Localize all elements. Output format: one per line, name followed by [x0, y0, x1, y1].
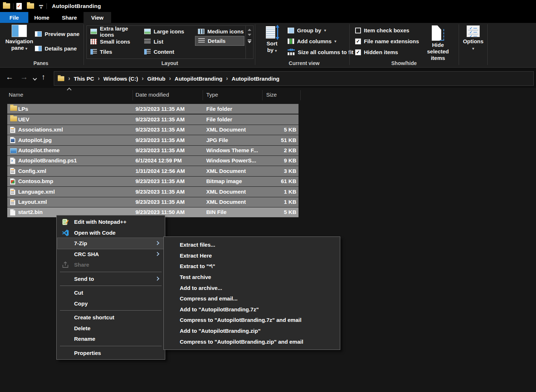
layout-group-label: Layout — [143, 60, 196, 66]
menu-separator — [60, 272, 162, 272]
properties-checkmark-icon[interactable]: ✓ — [16, 3, 22, 9]
menu-item-send-to[interactable]: Send to — [57, 274, 164, 284]
new-folder-icon[interactable] — [27, 3, 34, 9]
layout-option-large-icons[interactable]: Large icons — [141, 27, 195, 36]
checkbox-checked-icon: ✓ — [355, 49, 361, 55]
window-title: AutopilotBranding — [52, 3, 101, 9]
menu-item-create-shortcut[interactable]: Create shortcut — [57, 312, 164, 323]
submenu-item-extract-files[interactable]: Extract files... — [165, 239, 339, 250]
menu-item-properties[interactable]: Properties — [57, 348, 164, 359]
gallery-scroll-down-icon[interactable] — [248, 34, 251, 36]
address-bar[interactable]: › This PC › Windows (C:) › GitHub › Auto… — [54, 71, 534, 86]
breadcrumb-github[interactable]: GitHub — [147, 76, 166, 82]
group-separator — [255, 24, 255, 65]
navigation-pane-button[interactable]: Navigation pane ▾ — [5, 25, 33, 52]
column-header-type[interactable]: Type — [206, 92, 218, 98]
layout-option-content[interactable]: Content — [141, 47, 195, 57]
submenu-item-extract-here[interactable]: Extract Here — [165, 250, 339, 261]
qat-customize-dropdown-icon[interactable]: ▬▾ — [38, 3, 44, 9]
tab-view[interactable]: View — [84, 12, 111, 23]
menu-item-cut[interactable]: Cut — [57, 287, 164, 298]
submenu-item-compress-and-email[interactable]: Compress and email... — [165, 293, 339, 304]
tab-share[interactable]: Share — [55, 12, 84, 23]
size-all-columns-label: Size all columns to fit — [298, 49, 353, 55]
breadcrumb-folder-icon — [58, 76, 64, 81]
file-row[interactable]: LPs 9/23/2023 11:35 AM File folder — [7, 104, 299, 114]
breadcrumb-autopilotbranding-2[interactable]: AutopilotBranding — [232, 76, 280, 82]
xml-file-icon — [10, 199, 15, 205]
add-columns-button[interactable]: Add columns ▾ — [288, 38, 336, 44]
group-by-button[interactable]: Group by ▾ — [288, 27, 326, 33]
item-check-boxes-checkbox[interactable]: Item check boxes — [355, 27, 409, 33]
menu-item-copy[interactable]: Copy — [57, 298, 164, 309]
layout-option-extra-large-icons[interactable]: Extra large icons — [88, 27, 141, 36]
menu-item-crc-sha[interactable]: CRC SHA — [57, 249, 164, 260]
submenu-item-compress-to-zip-and-email[interactable]: Compress to "AutopilotBranding.zip" and … — [165, 336, 339, 347]
hidden-items-checkbox[interactable]: ✓ Hidden items — [355, 49, 398, 55]
file-date: 1/31/2024 12:56 AM — [135, 168, 185, 174]
file-name-extensions-checkbox[interactable]: ✓ File name extensions — [355, 38, 419, 44]
submenu-item-add-to-7z[interactable]: Add to "AutopilotBranding.7z" — [165, 304, 339, 315]
column-header-name[interactable]: Name — [9, 92, 23, 98]
layout-option-medium-icons[interactable]: Medium icons — [195, 27, 245, 36]
size-all-columns-button[interactable]: Size all columns to fit — [288, 49, 353, 55]
tab-file[interactable]: File — [0, 12, 28, 23]
column-divider[interactable] — [262, 90, 263, 100]
breadcrumb-windows-c[interactable]: Windows (C:) — [103, 76, 138, 82]
file-row[interactable]: AutopilotBranding.ps1 6/1/2024 12:59 PM … — [7, 156, 299, 166]
layout-option-small-icons[interactable]: Small icons — [88, 37, 141, 47]
menu-item-rename[interactable]: Rename — [57, 334, 164, 344]
column-header-date-modified[interactable]: Date modified — [135, 92, 169, 98]
gallery-more-icon[interactable] — [248, 40, 251, 40]
hide-selected-items-button[interactable]: Hide selected items — [421, 25, 455, 61]
layout-option-details[interactable]: Details — [195, 36, 244, 46]
submenu-item-compress-to-7z-and-email[interactable]: Compress to "AutopilotBranding.7z" and e… — [165, 315, 339, 326]
submenu-item-test-archive[interactable]: Test archive — [165, 272, 339, 283]
layout-option-tiles[interactable]: Tiles — [88, 47, 141, 57]
up-arrow-icon[interactable]: ↑ — [41, 73, 45, 81]
details-pane-button[interactable]: Details pane — [35, 45, 77, 52]
gallery-scroll-up-icon[interactable] — [248, 29, 251, 31]
group-separator — [349, 24, 350, 65]
breadcrumb-autopilotbranding[interactable]: AutopilotBranding — [175, 76, 223, 82]
options-button[interactable]: ✓ —✓ —✓ — Options ▾ — [462, 25, 484, 52]
submenu-item-add-to-zip[interactable]: Add to "AutopilotBranding.zip" — [165, 326, 339, 336]
menu-item-delete[interactable]: Delete — [57, 323, 164, 334]
layout-option-list[interactable]: List — [141, 37, 195, 47]
submenu-item-extract-to[interactable]: Extract to "*\" — [165, 261, 339, 272]
file-row[interactable]: Language.xml 9/23/2023 11:35 AM XML Docu… — [7, 187, 299, 197]
menu-item-open-with-code[interactable]: Open with Code — [57, 227, 164, 238]
sort-by-button[interactable]: Sort by ▾ — [261, 25, 283, 54]
column-divider[interactable] — [203, 90, 203, 100]
column-divider[interactable] — [300, 90, 301, 100]
breadcrumb-this-pc[interactable]: This PC — [74, 76, 94, 82]
file-row[interactable]: Layout.xml 9/23/2023 11:35 AM XML Docume… — [7, 197, 299, 207]
preview-pane-button[interactable]: Preview pane — [35, 31, 80, 37]
menu-item-edit-with-notepadpp[interactable]: Edit with Notepad++ — [57, 217, 164, 227]
recent-locations-chevron-icon[interactable] — [33, 76, 37, 80]
ribbon-tab-bar: File Home Share View — [0, 12, 536, 23]
file-row[interactable]: Autopilot.theme 9/23/2023 11:35 AM Windo… — [7, 146, 299, 155]
file-date: 9/23/2023 11:35 AM — [135, 106, 184, 112]
back-arrow-icon[interactable]: ← — [6, 73, 13, 81]
tab-home[interactable]: Home — [28, 12, 55, 23]
file-name: Config.xml — [18, 168, 46, 174]
column-divider[interactable] — [133, 90, 133, 100]
column-header-size[interactable]: Size — [266, 92, 277, 98]
context-menu: Edit with Notepad++ Open with Code 7-Zip… — [56, 215, 165, 360]
preview-pane-icon — [35, 31, 42, 37]
forward-arrow-icon[interactable]: → — [20, 73, 28, 81]
options-icon: ✓ —✓ —✓ — — [467, 25, 480, 37]
file-row[interactable]: UEV 9/23/2023 11:35 AM File folder — [7, 114, 299, 124]
menu-item-share[interactable]: Share — [57, 259, 164, 270]
file-row[interactable]: Contoso.bmp 9/23/2023 11:35 AM Bitmap im… — [7, 177, 299, 186]
column-headers: Name Date modified Type Size — [0, 89, 305, 101]
submenu-item-add-to-archive[interactable]: Add to archive... — [165, 282, 339, 293]
file-row[interactable]: Associations.xml 9/23/2023 11:35 AM XML … — [7, 125, 299, 135]
file-date: 6/1/2024 12:59 PM — [135, 157, 182, 163]
file-row[interactable]: Autopilot.jpg 9/23/2023 11:35 AM JPG Fil… — [7, 135, 299, 145]
file-size: 1 KB — [284, 199, 296, 205]
file-row[interactable]: Config.xml 1/31/2024 12:56 AM XML Docume… — [7, 166, 299, 176]
menu-item-7zip[interactable]: 7-Zip — [57, 238, 164, 249]
7zip-submenu: Extract files... Extract Here Extract to… — [163, 237, 340, 350]
